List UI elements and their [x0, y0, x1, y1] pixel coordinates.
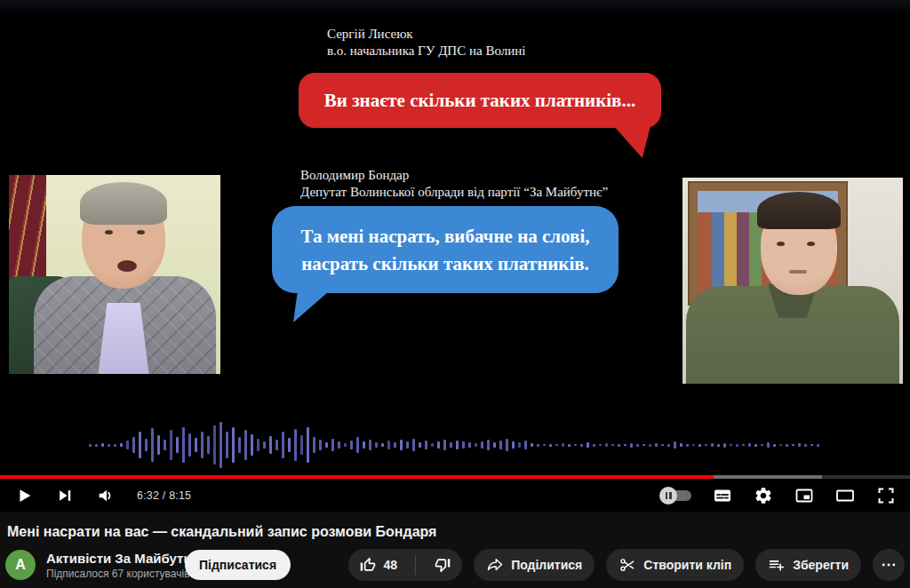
waveform-bar	[350, 441, 353, 449]
play-icon	[14, 486, 34, 505]
player-controls: 6:32 / 8:15	[0, 479, 910, 512]
right-speaker-eye	[777, 242, 785, 246]
waveform-bar	[450, 442, 452, 448]
waveform-bar	[431, 443, 434, 447]
waveform-bar	[742, 444, 745, 446]
waveform-bar	[226, 432, 228, 458]
speaker1-name: Сергій Лисеюк	[327, 26, 525, 43]
waveform-bar	[574, 444, 577, 446]
waveform-bar	[537, 444, 539, 447]
waveform-bar	[338, 441, 340, 449]
waveform-bar	[120, 443, 123, 447]
waveform-bar	[319, 440, 322, 450]
thumb-up-icon	[359, 556, 377, 574]
thumb-down-icon	[434, 556, 451, 574]
create-clip-button[interactable]: Створити кліп	[606, 549, 744, 581]
waveform-bar	[437, 441, 440, 449]
scissors-icon	[619, 556, 636, 574]
waveform-bar	[325, 442, 328, 448]
waveform-bar	[804, 444, 807, 447]
waveform-bar	[655, 443, 658, 447]
waveform-bar	[108, 444, 110, 447]
waveform-bar	[188, 433, 191, 457]
waveform-bar	[394, 442, 396, 448]
video-player[interactable]: Сергій Лисеюк в.о. начальника ГУ ДПС на …	[0, 0, 910, 512]
waveform-bar	[587, 442, 589, 448]
waveform-bar	[89, 444, 92, 447]
waveform-bar	[506, 439, 508, 451]
waveform-bar	[481, 441, 483, 449]
waveform-bar	[406, 441, 409, 449]
speaker2-name: Володимир Бондар	[300, 167, 608, 184]
waveform-bar	[269, 436, 272, 454]
waveform-bar	[294, 429, 297, 461]
speaker2-label: Володимир Бондар Депутат Волинської облр…	[300, 167, 608, 201]
left-speaker-photo	[9, 175, 220, 374]
waveform-bar	[736, 444, 738, 447]
fullscreen-button[interactable]	[874, 484, 898, 507]
settings-button[interactable]	[752, 484, 775, 507]
fullscreen-icon	[875, 485, 897, 506]
waveform-bar	[624, 444, 627, 446]
more-actions-button[interactable]	[873, 549, 905, 581]
subscribe-button[interactable]: Підписатися	[185, 550, 291, 580]
share-icon	[486, 556, 504, 574]
volume-button[interactable]	[94, 484, 117, 507]
playlist-add-icon	[768, 556, 786, 574]
next-button[interactable]	[53, 484, 76, 507]
theater-mode-button[interactable]	[834, 484, 857, 507]
waveform-bar	[456, 441, 459, 449]
waveform-bar	[307, 427, 309, 463]
like-dislike-pill: 48	[348, 549, 463, 581]
save-button[interactable]: Зберегти	[755, 549, 861, 581]
waveform-bar	[605, 443, 608, 447]
waveform-bar	[475, 443, 477, 447]
like-button[interactable]: 48	[348, 549, 409, 581]
dislike-button[interactable]	[423, 549, 462, 581]
subtitles-button[interactable]	[711, 484, 734, 507]
next-icon	[56, 487, 74, 505]
waveform-bar	[599, 444, 602, 446]
waveform-bar	[810, 444, 813, 446]
waveform-bar	[244, 430, 247, 460]
miniplayer-button[interactable]	[793, 484, 816, 507]
waveform-bar	[114, 444, 116, 447]
channel-subscribers: Підписалося 67 користувачів	[46, 568, 180, 580]
speech-bubble-blue: Та мені насрать, вибачне на слові, насра…	[272, 206, 619, 293]
waveform-bar	[126, 441, 129, 449]
waveform-bar	[698, 444, 701, 447]
waveform-bar	[462, 441, 465, 449]
waveform-bar	[524, 441, 527, 449]
speaker2-title: Депутат Волинської облради від партії “З…	[300, 184, 608, 201]
waveform-bar	[157, 435, 160, 455]
waveform-bar	[773, 444, 776, 447]
action-buttons: 48 Поділитися	[348, 549, 905, 581]
waveform-bar	[176, 437, 179, 453]
waveform-bar	[275, 440, 278, 450]
waveform-bar	[611, 444, 614, 446]
waveform-bar	[649, 444, 651, 447]
waveform-bar	[661, 444, 664, 446]
speaker1-label: Сергій Лисеюк в.о. начальника ГУ ДПС на …	[327, 26, 525, 60]
waveform-bar	[344, 443, 347, 447]
waveform-bar	[356, 437, 359, 453]
miniplayer-icon	[794, 485, 815, 506]
channel-name[interactable]: Активісти За Майбутнє	[46, 551, 180, 566]
left-speaker-eye	[137, 230, 145, 234]
play-button[interactable]	[12, 484, 36, 507]
volume-icon	[96, 486, 116, 505]
waveform-bar	[381, 443, 384, 447]
waveform-bar	[282, 432, 284, 458]
autoplay-toggle[interactable]	[659, 486, 693, 505]
waveform-bar	[686, 444, 689, 447]
player-controls-left: 6:32 / 8:15	[12, 484, 191, 507]
share-button[interactable]: Поділитися	[474, 549, 595, 581]
save-label: Зберегти	[793, 558, 849, 572]
waveform-bar	[493, 442, 496, 448]
right-speaker-hair	[757, 192, 841, 229]
channel-avatar[interactable]: А	[5, 550, 36, 580]
left-speaker-hair	[80, 182, 167, 225]
waveform-bar	[145, 439, 148, 451]
waveform-bar	[101, 443, 104, 447]
waveform-bar	[257, 439, 259, 451]
